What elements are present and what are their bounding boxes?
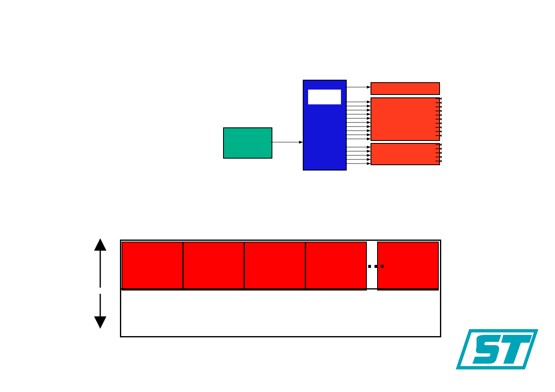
mem-block-5 [377, 242, 439, 291]
mem-block-1 [122, 242, 183, 291]
red-block-1 [371, 82, 440, 95]
red-block-3 [371, 143, 440, 165]
green-block [223, 127, 272, 159]
top-arrow-layer [0, 0, 555, 205]
mem-block-2 [183, 242, 244, 291]
red-block-2 [371, 97, 440, 141]
mem-block-4 [305, 242, 367, 291]
st-logo [456, 325, 538, 374]
ellipsis-label: … [366, 250, 386, 272]
blue-block-inner-window [308, 90, 341, 104]
mem-block-3 [244, 242, 306, 291]
